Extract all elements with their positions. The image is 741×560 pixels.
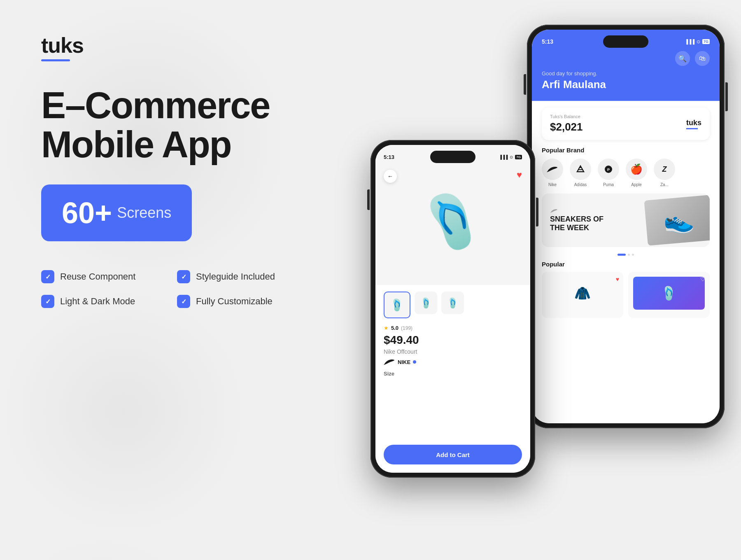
cart-icon-btn[interactable]: 🛍 xyxy=(695,51,710,66)
home-greeting: Good day for shopping. xyxy=(542,70,710,77)
phone-screen-front: 5:13 ▐▐▐ ⊙ 7G ← ♥ 🩴 xyxy=(375,145,530,473)
headline-line1: E–Commerce xyxy=(41,85,270,126)
logo-area: tuks xyxy=(41,33,288,61)
nike-logo-icon xyxy=(547,166,558,173)
status-time-front: 5:13 xyxy=(384,154,394,160)
thumb-3[interactable]: 🩴 xyxy=(441,292,464,314)
brand-name-zara: Za... xyxy=(660,182,669,187)
search-icon-btn[interactable]: 🔍 xyxy=(675,51,690,66)
brand-circle-zara: Z xyxy=(654,159,675,180)
product-img-2: 🩴 xyxy=(633,277,705,310)
feature-check-1 xyxy=(177,270,190,283)
status-time-back: 5:13 xyxy=(542,38,553,45)
thumb-1[interactable]: 🩴 xyxy=(384,292,410,318)
phone-back: 5:13 ▐▐▐ ⊙ 7G Good day for shopping. Arf… xyxy=(527,25,725,428)
product-card-1[interactable]: ♥ 🧥 xyxy=(542,272,623,318)
feature-item-3: Fully Customizable xyxy=(177,295,288,308)
status-icons-back: ▐▐▐ ⊙ 7G xyxy=(685,39,710,44)
product-screen: 5:13 ▐▐▐ ⊙ 7G ← ♥ 🩴 xyxy=(375,145,530,473)
status-icons-front: ▐▐▐ ⊙ 7G xyxy=(499,155,522,159)
heart-button[interactable]: ♥ xyxy=(517,170,522,180)
brand-item-zara[interactable]: Z Za... xyxy=(654,159,675,187)
dot-1 xyxy=(628,254,630,256)
balance-label: Tuks's Balance xyxy=(550,114,583,119)
popular-brand-title: Popular Brand xyxy=(532,147,720,154)
feature-text-3: Fully Customizable xyxy=(196,296,273,307)
phone-screen-back: 5:13 ▐▐▐ ⊙ 7G Good day for shopping. Arf… xyxy=(532,30,720,423)
balance-logo-underline xyxy=(686,128,698,129)
product-hero: ← ♥ 🩴 xyxy=(375,145,530,285)
back-button[interactable]: ← xyxy=(384,170,397,183)
feature-text-1: Styleguide Included xyxy=(196,271,275,282)
phones-area: 5:13 ▐▐▐ ⊙ 7G Good day for shopping. Arf… xyxy=(288,0,741,560)
feature-check-3 xyxy=(177,295,190,308)
feature-item-2: Light & Dark Mode xyxy=(41,295,152,308)
brand-name-nike: Nike xyxy=(548,182,557,187)
popular-section-title: Popular xyxy=(542,261,710,268)
brand-item-puma[interactable]: P Puma xyxy=(598,159,619,187)
brand-circle-apple: 🍎 xyxy=(626,159,647,180)
headline: E–Commerce Mobile App xyxy=(41,86,288,164)
sneakers-text: SNEAKERS OF THE WEEK xyxy=(550,208,604,233)
feature-item-0: Reuse Component xyxy=(41,270,152,283)
star-icon: ★ xyxy=(384,325,389,331)
brands-row: Nike Ad xyxy=(532,159,720,187)
dot-active xyxy=(618,254,626,256)
nike-banner-logo-icon xyxy=(550,208,558,213)
screens-number: 60+ xyxy=(62,196,112,230)
product-info: ★ 5.0 (199) $49.40 Nike Offcourt NIKE xyxy=(375,325,530,377)
product-rating: ★ 5.0 (199) xyxy=(384,325,522,331)
dynamic-island-back xyxy=(603,35,648,48)
size-label: Size xyxy=(384,371,522,377)
home-username: Arfi Maulana xyxy=(542,78,710,91)
brand-name-apple: Apple xyxy=(631,182,642,187)
brand-name-label: NIKE xyxy=(398,359,410,365)
product-name: Nike Offcourt xyxy=(384,348,522,355)
rating-count: (199) xyxy=(401,325,412,331)
brand-name-puma: Puma xyxy=(603,182,614,187)
brand-circle-adidas xyxy=(570,159,591,180)
feature-check-2 xyxy=(41,295,54,308)
brand-item-apple[interactable]: 🍎 Apple xyxy=(626,159,647,187)
product-card-2[interactable]: ♡ 🩴 xyxy=(628,272,710,318)
screens-label: Screens xyxy=(117,204,171,222)
popular-section: Popular ♥ 🧥 ♡ 🩴 xyxy=(532,261,720,318)
dot-indicators xyxy=(532,254,720,256)
rating-value: 5.0 xyxy=(391,325,398,331)
brand-item-nike[interactable]: Nike xyxy=(542,159,563,187)
brand-name-adidas: Adidas xyxy=(574,182,587,187)
features-grid: Reuse Component Styleguide Included Ligh… xyxy=(41,270,288,308)
popular-grid: ♥ 🧥 ♡ 🩴 xyxy=(542,272,710,318)
phone-buttons-front xyxy=(536,198,538,226)
phone-buttons-back xyxy=(725,82,728,111)
phone-shell-front: 5:13 ▐▐▐ ⊙ 7G ← ♥ 🩴 xyxy=(370,140,535,478)
brand-circle-puma: P xyxy=(598,159,619,180)
phone-front: 5:13 ▐▐▐ ⊙ 7G ← ♥ 🩴 xyxy=(370,140,535,478)
screens-badge: 60+ Screens xyxy=(41,184,192,241)
product-hero-image: 🩴 xyxy=(411,180,495,262)
bg-decor-2 xyxy=(0,288,247,535)
brand-item-adidas[interactable]: Adidas xyxy=(570,159,591,187)
dot-2 xyxy=(632,254,634,256)
home-screen: 5:13 ▐▐▐ ⊙ 7G Good day for shopping. Arf… xyxy=(532,30,720,423)
product-price: $49.40 xyxy=(384,334,522,347)
feature-item-1: Styleguide Included xyxy=(177,270,288,283)
sneakers-title: SNEAKERS OF THE WEEK xyxy=(550,215,604,233)
brand-circle-nike xyxy=(542,159,563,180)
puma-logo-icon: P xyxy=(604,164,613,174)
balance-card: Tuks's Balance $2,021 tuks xyxy=(542,107,710,140)
brand-logo-row: NIKE xyxy=(384,358,522,366)
balance-logo-text: tuks xyxy=(686,119,701,127)
add-to-cart-button[interactable]: Add to Cart xyxy=(384,445,522,464)
feature-text-2: Light & Dark Mode xyxy=(60,296,135,307)
bg-decor-3 xyxy=(0,535,206,560)
heart-icon-1: ♥ xyxy=(616,276,619,282)
feature-check-0 xyxy=(41,270,54,283)
product-img-1: 🧥 xyxy=(547,277,618,310)
sneakers-shoe-image: 👟 xyxy=(646,198,710,243)
feature-text-0: Reuse Component xyxy=(60,271,135,282)
thumb-2[interactable]: 🩴 xyxy=(415,292,437,314)
headline-line2: Mobile App xyxy=(41,124,231,165)
balance-amount: $2,021 xyxy=(550,121,583,133)
svg-text:P: P xyxy=(607,168,610,172)
